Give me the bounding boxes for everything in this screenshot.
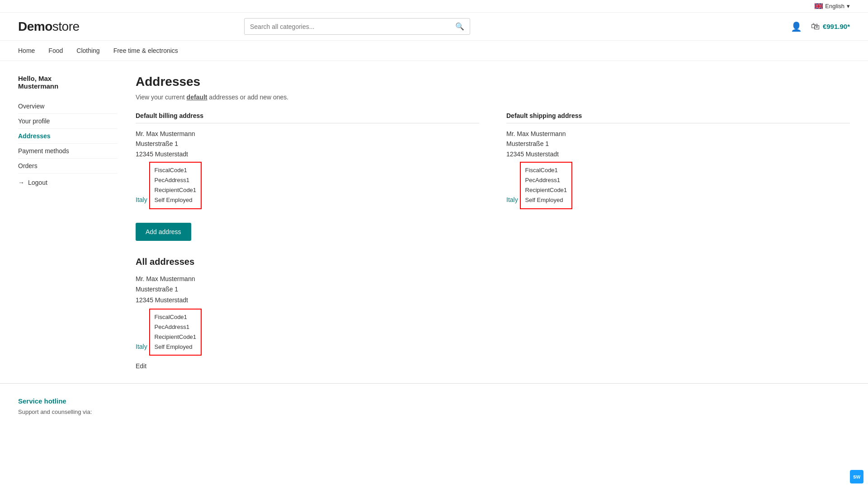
billing-address: Mr. Max Mustermann Musterstraße 1 12345 … [136, 129, 479, 209]
logo[interactable]: Demostore [18, 19, 80, 34]
top-bar: English ▾ [0, 0, 868, 13]
sidebar-item-payment: Payment methods [18, 144, 118, 159]
shipping-extra-box: FiscalCode1 PecAddress1 RecipientCode1 S… [520, 162, 573, 209]
sidebar-link-payment[interactable]: Payment methods [18, 147, 69, 155]
page-title: Addresses [136, 75, 850, 89]
greeting-hello: Hello, Max [18, 75, 52, 82]
all-addresses-title: All addresses [136, 257, 850, 267]
sidebar-link-profile[interactable]: Your profile [18, 117, 50, 125]
address-columns: Default billing address Mr. Max Musterma… [136, 112, 850, 209]
shipping-extra-line3: RecipientCode1 [525, 185, 567, 195]
language-selector[interactable]: English ▾ [815, 3, 850, 9]
header-actions: 👤 🛍 €991.90* [791, 21, 850, 32]
billing-title: Default billing address [136, 112, 479, 123]
search-bar: 🔍 [244, 18, 470, 35]
footer-hotline-title: Service hotline [18, 397, 850, 405]
shipping-extra-line1: FiscalCode1 [525, 165, 567, 175]
billing-extra-line4: Self Employed [155, 195, 197, 205]
subtitle-post: addresses or add new ones. [207, 94, 288, 101]
billing-city: 12345 Musterstadt [136, 149, 479, 159]
subtitle-bold: default [187, 94, 208, 101]
shipping-street: Musterstraße 1 [506, 139, 850, 149]
main-content: Addresses View your current default addr… [136, 75, 850, 370]
logout-item[interactable]: → Logout [18, 174, 118, 186]
sidebar-greeting: Hello, Max Mustermann [18, 75, 118, 90]
all-address-country[interactable]: Italy [136, 343, 147, 350]
billing-extra-box: FiscalCode1 PecAddress1 RecipientCode1 S… [149, 162, 202, 209]
add-address-button[interactable]: Add address [136, 223, 191, 241]
nav-item-clothing[interactable]: Clothing [76, 41, 99, 61]
logo-bold: Demo [18, 19, 52, 33]
language-arrow: ▾ [847, 3, 850, 9]
all-address-extra-line4: Self Employed [155, 342, 197, 352]
sidebar-link-addresses[interactable]: Addresses [18, 132, 51, 140]
nav-item-freetime[interactable]: Free time & electronics [113, 41, 178, 61]
logout-label: Logout [28, 179, 47, 186]
shipping-col: Default shipping address Mr. Max Musterm… [506, 112, 850, 209]
all-address-name: Mr. Max Mustermann [136, 274, 850, 285]
page-subtitle: View your current default addresses or a… [136, 94, 850, 101]
shipping-extra-line4: Self Employed [525, 195, 567, 205]
shipping-name: Mr. Max Mustermann [506, 129, 850, 139]
billing-name: Mr. Max Mustermann [136, 129, 479, 139]
footer: Service hotline Support and counselling … [0, 383, 868, 429]
edit-link[interactable]: Edit [136, 362, 146, 370]
sidebar: Hello, Max Mustermann Overview Your prof… [18, 75, 118, 370]
search-input[interactable] [250, 23, 452, 30]
footer-hotline-sub: Support and counselling via: [18, 408, 850, 415]
shipping-city: 12345 Musterstadt [506, 149, 850, 159]
sidebar-item-orders: Orders [18, 159, 118, 174]
billing-col: Default billing address Mr. Max Musterma… [136, 112, 479, 209]
sidebar-item-addresses: Addresses [18, 129, 118, 144]
language-label: English [825, 3, 844, 9]
shipping-country[interactable]: Italy [506, 196, 518, 203]
all-address-extra-line3: RecipientCode1 [155, 332, 197, 342]
all-address-street: Musterstraße 1 [136, 284, 850, 295]
sidebar-link-orders[interactable]: Orders [18, 162, 38, 169]
sidebar-item-overview: Overview [18, 99, 118, 114]
all-address-city: 12345 Musterstadt [136, 295, 850, 306]
cart-icon: 🛍 [811, 21, 820, 32]
shipping-address: Mr. Max Mustermann Musterstraße 1 12345 … [506, 129, 850, 209]
shipping-title: Default shipping address [506, 112, 850, 123]
billing-extra-line3: RecipientCode1 [155, 185, 197, 195]
sidebar-menu: Overview Your profile Addresses Payment … [18, 99, 118, 174]
main-nav: Home Food Clothing Free time & electroni… [0, 41, 868, 61]
page-content: Hello, Max Mustermann Overview Your prof… [0, 61, 868, 383]
cart-amount: €991.90* [823, 23, 850, 30]
all-address-entry: Mr. Max Mustermann Musterstraße 1 12345 … [136, 274, 850, 356]
shipping-extra-line2: PecAddress1 [525, 175, 567, 185]
billing-extra-line1: FiscalCode1 [155, 165, 197, 175]
search-icon[interactable]: 🔍 [455, 22, 464, 31]
billing-extra-line2: PecAddress1 [155, 175, 197, 185]
all-address-extra-line2: PecAddress1 [155, 322, 197, 332]
logout-icon: → [18, 179, 24, 186]
logo-light: store [52, 19, 80, 33]
billing-country[interactable]: Italy [136, 196, 147, 203]
all-address-extra-box: FiscalCode1 PecAddress1 RecipientCode1 S… [149, 309, 202, 356]
cart-wrapper[interactable]: 🛍 €991.90* [811, 21, 850, 32]
all-address-extra-line1: FiscalCode1 [155, 312, 197, 322]
flag-icon [815, 3, 823, 9]
subtitle-pre: View your current [136, 94, 187, 101]
nav-item-food[interactable]: Food [48, 41, 63, 61]
greeting-name: Mustermann [18, 82, 58, 90]
header: Demostore 🔍 👤 🛍 €991.90* [0, 13, 868, 41]
billing-street: Musterstraße 1 [136, 139, 479, 149]
user-icon[interactable]: 👤 [791, 21, 802, 32]
sidebar-link-overview[interactable]: Overview [18, 103, 44, 110]
sidebar-item-profile: Your profile [18, 114, 118, 129]
nav-item-home[interactable]: Home [18, 41, 35, 61]
